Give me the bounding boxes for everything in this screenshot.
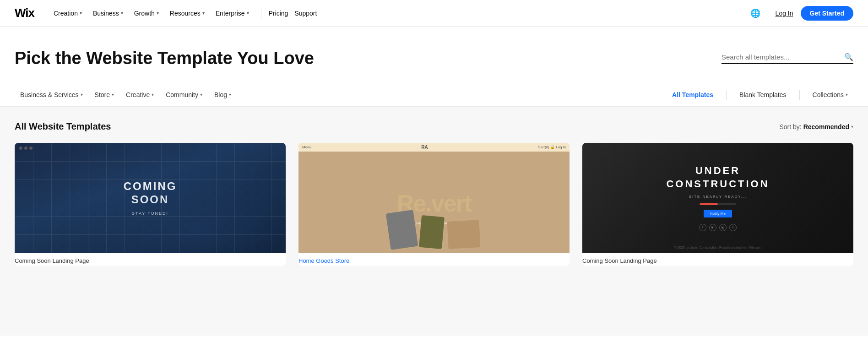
page-title: Pick the Website Template You Love: [15, 49, 314, 68]
filter-community[interactable]: Community ▾: [160, 88, 208, 101]
nav-links: Creation ▾ Business ▾ Growth ▾ Resources…: [49, 7, 321, 20]
get-started-button[interactable]: Get Started: [801, 6, 853, 21]
content-header: All Website Templates Sort by: Recommend…: [15, 121, 853, 132]
template-link-2[interactable]: Home Goods Store: [298, 257, 349, 264]
browser-brand: RA: [421, 145, 428, 150]
dot-1: [19, 147, 22, 150]
chevron-down-icon: ▾: [80, 11, 82, 16]
search-icon[interactable]: 🔍: [844, 53, 853, 61]
chevron-down-icon: ▾: [81, 92, 83, 97]
chevron-down-icon: ▾: [851, 124, 853, 129]
stone-display: [298, 212, 570, 253]
under-construction-title: UNDERCONSTRUCTION: [666, 164, 769, 190]
browser-bar: Menu RA Cart(0) 🔒 Log in: [298, 143, 570, 152]
chevron-down-icon: ▾: [247, 11, 249, 16]
facebook-icon[interactable]: f: [699, 224, 706, 231]
nav-creation[interactable]: Creation ▾: [49, 7, 87, 20]
chevron-down-icon: ▾: [229, 92, 231, 97]
filter-business-services[interactable]: Business & Services ▾: [15, 88, 88, 101]
template-card-coming-soon-1[interactable]: COMINGSOON STAY TUNED! Coming Soon Landi…: [15, 143, 286, 266]
nav-pricing[interactable]: Pricing: [269, 10, 288, 17]
sort-control[interactable]: Sort by: Recommended ▾: [779, 123, 853, 130]
filter-all-templates[interactable]: All Templates: [667, 88, 719, 101]
nav-support[interactable]: Support: [290, 7, 321, 20]
browser-actions: Cart(0) 🔒 Log in: [538, 145, 566, 149]
filter-divider-2: [799, 90, 800, 100]
stone-1: [386, 210, 418, 250]
nav-business[interactable]: Business ▾: [88, 7, 128, 20]
nav-enterprise[interactable]: Enterprise ▾: [211, 7, 254, 20]
template-label-3: Coming Soon Landing Page: [582, 253, 853, 266]
filter-blog[interactable]: Blog ▾: [209, 88, 237, 101]
chevron-down-icon: ▾: [846, 92, 848, 97]
uc-footer-text: © 2023 by Under Construction. Proudly cr…: [674, 246, 761, 249]
coming-soon-preview: COMINGSOON STAY TUNED!: [15, 143, 286, 253]
under-construction-sub: SITE NEARLY READY...: [689, 195, 747, 199]
nav-divider: [261, 8, 261, 19]
grid-lines: [15, 143, 286, 253]
template-label-1: Coming Soon Landing Page: [15, 253, 286, 266]
dot-3: [29, 147, 33, 150]
linkedin-icon[interactable]: in: [709, 224, 716, 231]
browser-nav: Menu: [302, 145, 311, 149]
nav-growth[interactable]: Growth ▾: [130, 7, 163, 20]
filter-right: All Templates Blank Templates Collection…: [667, 88, 853, 101]
filter-divider: [726, 90, 727, 100]
wix-logo[interactable]: Wix: [15, 6, 34, 20]
uc-notify-button[interactable]: Notify Me: [704, 210, 732, 217]
hero-section: Pick the Website Template You Love 🔍: [0, 27, 868, 83]
under-construction-preview: UNDERCONSTRUCTION SITE NEARLY READY... N…: [582, 143, 853, 253]
chevron-down-icon: ▾: [202, 11, 205, 16]
template-thumbnail-1: COMINGSOON STAY TUNED!: [15, 143, 286, 253]
filter-creative[interactable]: Creative ▾: [120, 88, 159, 101]
globe-icon[interactable]: 🌐: [750, 8, 760, 18]
chevron-down-icon: ▾: [112, 92, 114, 97]
section-title: All Website Templates: [15, 121, 111, 132]
nav-right: 🌐 Log In Get Started: [750, 6, 853, 21]
template-thumbnail-3: UNDERCONSTRUCTION SITE NEARLY READY... N…: [582, 143, 853, 253]
nav-resources[interactable]: Resources ▾: [165, 7, 209, 20]
chevron-down-icon: ▾: [152, 92, 154, 97]
search-bar[interactable]: 🔍: [722, 53, 853, 64]
progress-fill: [700, 203, 718, 205]
navbar: Wix Creation ▾ Business ▾ Growth ▾ Resou…: [0, 0, 868, 27]
filter-blank-templates[interactable]: Blank Templates: [734, 88, 792, 101]
progress-bar: [700, 203, 736, 205]
stone-3: [447, 220, 480, 249]
twitter-icon[interactable]: t: [729, 224, 737, 231]
chevron-down-icon: ▾: [121, 11, 123, 16]
chevron-down-icon: ▾: [157, 11, 159, 16]
template-card-revert[interactable]: Menu RA Cart(0) 🔒 Log in Re.vert Home Es…: [298, 143, 570, 266]
content-area: All Website Templates Sort by: Recommend…: [0, 107, 868, 336]
search-input[interactable]: [722, 53, 841, 61]
social-links: f in ig t: [699, 224, 737, 231]
filter-store[interactable]: Store ▾: [89, 88, 119, 101]
template-card-under-construction[interactable]: UNDERCONSTRUCTION SITE NEARLY READY... N…: [582, 143, 853, 266]
revert-main: Re.vert Home Essentials for Sustainable …: [298, 143, 570, 253]
template-thumbnail-2: Menu RA Cart(0) 🔒 Log in Re.vert Home Es…: [298, 143, 570, 253]
coming-soon-subtext: STAY TUNED!: [132, 211, 168, 216]
sort-value: Recommended: [803, 123, 849, 130]
filter-collections[interactable]: Collections ▾: [807, 88, 853, 101]
chevron-down-icon: ▾: [200, 92, 202, 97]
revert-preview: Menu RA Cart(0) 🔒 Log in Re.vert Home Es…: [298, 143, 570, 253]
filter-bar: Business & Services ▾ Store ▾ Creative ▾…: [0, 83, 868, 107]
stone-2: [419, 215, 445, 249]
nav-right-divider: [768, 9, 768, 18]
dot-2: [24, 147, 27, 150]
browser-dots: [19, 147, 33, 150]
template-label-2: Home Goods Store: [298, 253, 570, 266]
instagram-icon[interactable]: ig: [719, 224, 727, 231]
template-grid: COMINGSOON STAY TUNED! Coming Soon Landi…: [15, 143, 853, 266]
login-link[interactable]: Log In: [776, 10, 793, 17]
